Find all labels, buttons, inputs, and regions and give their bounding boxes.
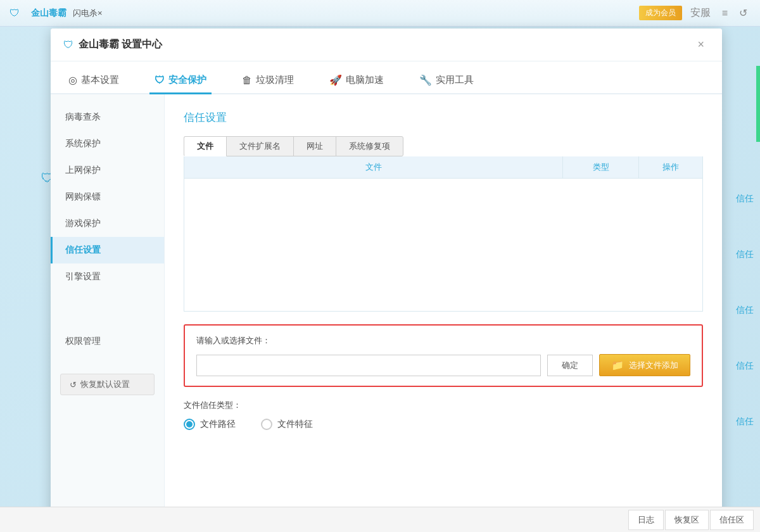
radio-file-feature[interactable]: 文件特征 (261, 419, 313, 430)
radio-file-path-label: 文件路径 (200, 419, 236, 430)
top-bar: 🛡 金山毒霸 闪电杀× 成为会员 安服 ≡ ↺ (0, 0, 760, 27)
radio-file-feature-circle (261, 419, 272, 430)
browse-button[interactable]: 📁 选择文件添加 (599, 354, 690, 376)
log-button[interactable]: 日志 (628, 510, 664, 530)
tab-clean-label: 垃圾清理 (256, 74, 294, 86)
settings-action-button[interactable]: 安服 (687, 5, 714, 21)
right-trust-5[interactable]: 信任 (730, 413, 760, 431)
right-trust-4[interactable]: 信任 (730, 357, 760, 375)
right-trust-2[interactable]: 信任 (730, 246, 760, 263)
sub-tab-file[interactable]: 文件 (184, 136, 227, 156)
bottom-bar: 日志 恢复区 信任区 (0, 507, 760, 532)
sidebar-item-virus-scan[interactable]: 病毒查杀 (51, 104, 164, 130)
section-title: 信任设置 (184, 110, 703, 125)
radio-file-path[interactable]: 文件路径 (184, 419, 236, 430)
folder-icon: 📁 (611, 359, 624, 371)
sidebar-item-system-protect[interactable]: 系统保护 (51, 130, 164, 157)
right-trust-1[interactable]: 信任 (730, 190, 760, 208)
sub-tab-extension[interactable]: 文件扩展名 (226, 136, 294, 156)
tab-tools-icon: 🔧 (419, 74, 432, 86)
restore-label: 恢复默认设置 (80, 379, 130, 390)
tab-security[interactable]: 🛡 安全保护 (149, 68, 212, 94)
input-section: 请输入或选择文件： 确定 📁 选择文件添加 (184, 324, 703, 387)
restore-zone-button[interactable]: 恢复区 (665, 510, 709, 530)
sidebar-item-trust-settings[interactable]: 信任设置 (51, 237, 164, 263)
sidebar: 病毒查杀 系统保护 上网保护 网购保镖 游戏保护 信任设置 引擎设置 权限管理 … (51, 94, 165, 522)
radio-file-feature-label: 文件特征 (277, 419, 313, 430)
dialog-title: 金山毒霸 设置中心 (79, 38, 162, 51)
table-header: 文件 类型 操作 (184, 156, 703, 179)
dialog-titlebar: 🛡 金山毒霸 设置中心 × (51, 28, 722, 61)
sidebar-item-shopping-protect[interactable]: 网购保镖 (51, 184, 164, 210)
table-header-type: 类型 (563, 156, 639, 178)
tab-tools-label: 实用工具 (436, 74, 474, 86)
right-trust-items: 信任 信任 信任 信任 信任 (730, 190, 760, 431)
dialog-close-button[interactable]: × (692, 35, 709, 54)
tab-speed-label: 电脑加速 (346, 74, 384, 86)
browse-label: 选择文件添加 (629, 360, 678, 371)
table-body (184, 179, 703, 312)
top-bar-right: 成为会员 安服 ≡ ↺ (639, 5, 750, 21)
sub-tab-system-fix[interactable]: 系统修复项 (336, 136, 403, 156)
tab-clean[interactable]: 🗑 垃圾清理 (237, 68, 299, 94)
sidebar-item-game-protect[interactable]: 游戏保护 (51, 210, 164, 237)
tab-basic-label: 基本设置 (81, 74, 119, 86)
tab-basic[interactable]: ◎ 基本设置 (63, 68, 124, 94)
sidebar-item-permission[interactable]: 权限管理 (51, 328, 164, 355)
back-button[interactable]: ↺ (736, 6, 750, 20)
radio-file-path-circle (184, 419, 195, 430)
tab-security-icon: 🛡 (155, 75, 165, 86)
file-path-input[interactable] (196, 355, 541, 376)
tab-speed-icon: 🚀 (329, 74, 342, 86)
tab-security-label: 安全保护 (168, 74, 206, 86)
settings-dialog: 🛡 金山毒霸 设置中心 × ◎ 基本设置 🛡 安全保护 🗑 垃圾清理 🚀 电脑加… (51, 28, 722, 522)
app-logo-icon: 🛡 (10, 8, 20, 19)
table-header-action: 操作 (639, 156, 702, 178)
confirm-button[interactable]: 确定 (547, 355, 593, 376)
table-header-file: 文件 (184, 156, 563, 178)
trust-type-section: 文件信任类型： 文件路径 文件特征 (184, 400, 703, 430)
input-row: 确定 📁 选择文件添加 (196, 354, 690, 376)
green-accent-bar (756, 66, 760, 142)
dialog-tabs: ◎ 基本设置 🛡 安全保护 🗑 垃圾清理 🚀 电脑加速 🔧 实用工具 (51, 61, 722, 94)
sub-tabs: 文件 文件扩展名 网址 系统修复项 (184, 136, 703, 156)
menu-button[interactable]: ≡ (719, 6, 731, 20)
sub-tab-url[interactable]: 网址 (293, 136, 336, 156)
radio-group: 文件路径 文件特征 (184, 419, 703, 430)
tab-speed[interactable]: 🚀 电脑加速 (324, 68, 389, 94)
main-content: 信任设置 文件 文件扩展名 网址 系统修复项 文件 类型 操作 请输入或选择文件… (165, 94, 722, 522)
dialog-logo-icon: 🛡 (63, 39, 73, 51)
tab-basic-icon: ◎ (68, 74, 77, 86)
vip-badge[interactable]: 成为会员 (639, 6, 682, 20)
sidebar-item-web-protect[interactable]: 上网保护 (51, 157, 164, 184)
right-trust-3[interactable]: 信任 (730, 301, 760, 319)
tab-tools[interactable]: 🔧 实用工具 (414, 68, 479, 94)
app-subtitle: 闪电杀× (73, 8, 103, 19)
input-section-label: 请输入或选择文件： (196, 335, 690, 346)
dialog-body: 病毒查杀 系统保护 上网保护 网购保镖 游戏保护 信任设置 引擎设置 权限管理 … (51, 94, 722, 522)
restore-icon: ↺ (70, 380, 77, 390)
trust-zone-button[interactable]: 信任区 (710, 510, 754, 530)
sidebar-item-engine-settings[interactable]: 引擎设置 (51, 263, 164, 290)
tab-clean-icon: 🗑 (242, 75, 252, 86)
restore-defaults-button[interactable]: ↺ 恢复默认设置 (60, 374, 155, 395)
app-name: 金山毒霸 (31, 8, 66, 19)
trust-type-label: 文件信任类型： (184, 400, 703, 411)
